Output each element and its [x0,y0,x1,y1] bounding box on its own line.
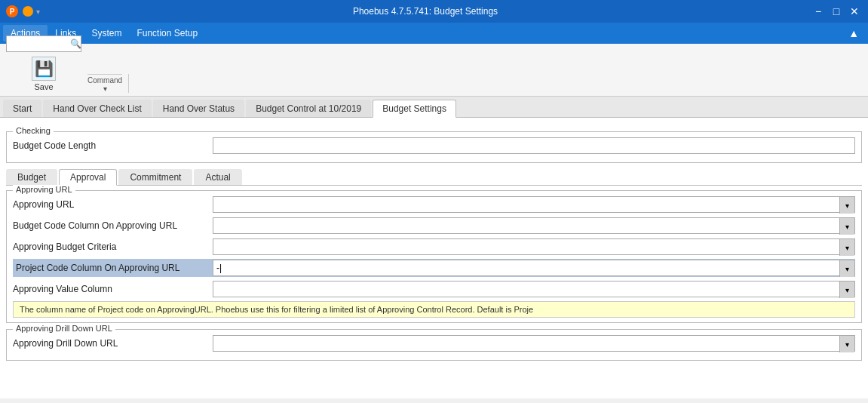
maximize-button[interactable]: □ [829,4,844,19]
approving-drilldown-url-row: Approving Drill Down URL ▾ [13,334,855,352]
approving-drilldown-label: Approving Drill Down URL [13,324,115,333]
inner-tab-commitment[interactable]: Commitment [118,169,192,185]
approving-url-field-label: Approving URL [13,199,213,210]
checking-group: Checking Budget Code Length [6,131,862,163]
menu-system[interactable]: System [84,25,129,42]
budget-code-length-row: Budget Code Length [13,137,855,155]
title-bar-controls: − □ ✕ [811,4,862,19]
window-title: Phoebus 4.7.5.741: Budget Settings [40,6,811,17]
approving-value-column-input[interactable] [213,281,839,297]
tab-handover-checklist[interactable]: Hand Over Check List [43,100,151,117]
menu-bar: Actions Links System Function Setup ▲ [0,23,868,44]
project-code-column-row: Project Code Column On Approving URL ▾ [13,259,855,277]
approving-url-input[interactable] [213,197,839,212]
tooltip-bar: The column name of Project code on Appro… [13,301,855,318]
menu-function-setup[interactable]: Function Setup [129,25,205,42]
budget-code-column-row: Budget Code Column On Approving URL ▾ [13,217,855,235]
ribbon-search-input[interactable] [10,38,70,49]
tab-budget-control[interactable]: Budget Control at 10/2019 [246,100,371,117]
approving-drilldown-url-input[interactable] [213,336,839,351]
app-icon2 [23,6,33,17]
approving-drilldown-group: Approving Drill Down URL Approving Drill… [6,329,862,361]
ribbon-command-group: Command ▾ [87,74,129,93]
project-code-column-dropdown[interactable]: ▾ [213,260,855,276]
inner-tab-approval[interactable]: Approval [59,169,117,186]
approving-drilldown-url-label: Approving Drill Down URL [13,338,213,349]
budget-code-column-input[interactable] [213,218,839,233]
project-code-column-label: Project Code Column On Approving URL [13,261,213,275]
tab-budget-settings[interactable]: Budget Settings [373,100,456,118]
budget-code-column-label: Budget Code Column On Approving URL [13,220,213,231]
tab-handover-status[interactable]: Hand Over Status [153,100,244,117]
budget-code-length-input[interactable] [213,137,855,154]
title-bar: P ▾ Phoebus 4.7.5.741: Budget Settings −… [0,0,868,23]
approving-url-group: Approving URL Approving URL ▾ Budget Cod… [6,190,862,323]
approving-url-dropdown[interactable]: ▾ [213,196,855,213]
tooltip-text: The column name of Project code on Appro… [20,305,533,314]
approving-url-label: Approving URL [13,185,75,194]
approving-value-column-label: Approving Value Column [13,284,213,294]
ribbon-search[interactable]: 🔍 [6,35,81,52]
search-icon[interactable]: 🔍 [70,38,81,49]
command-expand-icon[interactable]: ▾ [103,85,107,93]
nav-tabs: Start Hand Over Check List Hand Over Sta… [0,97,868,118]
ribbon: 🔍 💾 Save Command ▾ [0,44,868,97]
approving-value-column-row: Approving Value Column ▾ [13,280,855,298]
approving-value-column-dropdown[interactable]: ▾ [213,281,855,297]
budget-code-column-arrow[interactable]: ▾ [839,218,854,235]
approving-value-column-arrow[interactable]: ▾ [839,281,854,298]
approving-budget-criteria-row: Approving Budget Criteria ▾ [13,238,855,256]
project-code-column-arrow[interactable]: ▾ [839,260,854,277]
main-content: Checking Budget Code Length Budget Appro… [0,118,868,398]
app-icon: P [6,5,18,17]
approving-url-arrow[interactable]: ▾ [839,197,854,214]
approving-url-row: Approving URL ▾ [13,195,855,214]
approving-budget-criteria-dropdown[interactable]: ▾ [213,238,855,255]
inner-tabs: Budget Approval Commitment Actual [6,169,862,186]
checking-label: Checking [13,126,54,135]
inner-tab-budget[interactable]: Budget [6,169,57,185]
tab-start[interactable]: Start [3,100,41,117]
project-code-column-input[interactable] [213,260,839,275]
title-bar-left: P ▾ [6,5,40,17]
approving-budget-criteria-label: Approving Budget Criteria [13,241,213,252]
approving-drilldown-url-arrow[interactable]: ▾ [839,336,854,352]
approving-budget-criteria-arrow[interactable]: ▾ [839,239,854,256]
save-label: Save [34,82,53,91]
menu-collapse-icon[interactable]: ▲ [842,24,865,42]
close-button[interactable]: ✕ [847,4,862,19]
budget-code-column-dropdown[interactable]: ▾ [213,217,855,234]
save-button[interactable]: 💾 Save [6,55,81,93]
inner-tab-actual[interactable]: Actual [194,169,241,185]
minimize-button[interactable]: − [811,4,826,19]
approving-budget-criteria-input[interactable] [213,239,839,254]
save-disk-icon: 💾 [32,57,56,81]
budget-code-length-label: Budget Code Length [13,140,213,151]
approving-drilldown-url-dropdown[interactable]: ▾ [213,335,855,352]
command-label: Command [87,74,122,85]
